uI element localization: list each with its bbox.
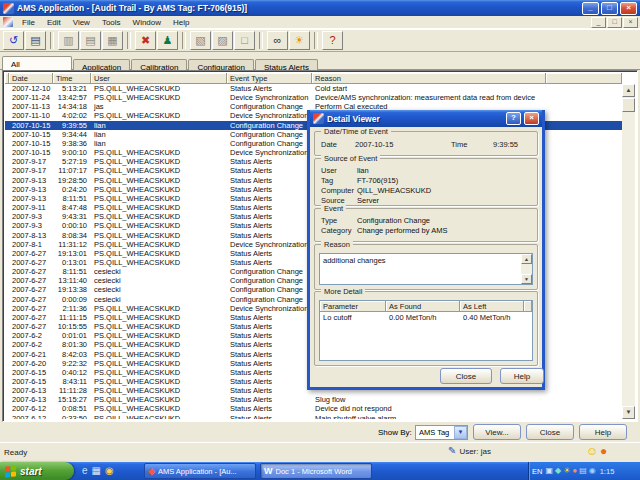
start-button[interactable]: start [0, 462, 74, 480]
user-walk-button[interactable]: ♟ [157, 31, 178, 50]
cell: 8:43:11 [53, 377, 91, 386]
tray-volume-icon[interactable]: ◉ [589, 467, 596, 475]
save-button[interactable]: ▦ [102, 31, 123, 50]
cell: PS.QILL_WHEACSKUKD [91, 166, 227, 175]
table-row[interactable]: 2007-12-105:13:21PS.QILL_WHEACSKUKDStatu… [5, 84, 622, 93]
detail-row[interactable]: Lo cutoff0.00 MetTon/h0.40 MetTon/h [320, 313, 532, 323]
tray-status-icon[interactable]: ● [572, 467, 577, 475]
media-player-icon[interactable]: ◉ [105, 466, 114, 476]
scroll-down-icon[interactable]: ▼ [521, 274, 532, 284]
menu-help[interactable]: Help [167, 18, 195, 27]
dialog-body: Date/Time of Event Date 2007-10-15 Time … [310, 127, 542, 387]
help-icon: ? [329, 35, 335, 46]
sync-button[interactable]: ✖ [135, 31, 156, 50]
event-group: Event TypeConfiguration ChangeCategoryCh… [314, 208, 538, 242]
cell [524, 313, 532, 323]
show-by-combobox[interactable]: AMS Tag ▼ [415, 425, 468, 440]
cell: Status Alerts [227, 322, 312, 331]
column-header-blank[interactable] [546, 73, 622, 84]
dialog-close-button[interactable]: Close [440, 368, 492, 384]
tray-alert-icon[interactable]: ☀ [563, 467, 570, 475]
chart-button[interactable]: ▧ [190, 31, 211, 50]
column-header-date[interactable]: Date [9, 73, 53, 84]
task-ams-application[interactable]: ◆AMS Application - [Au... [144, 463, 256, 479]
cell: Main shutoff valve alarm [312, 414, 546, 419]
restore-button[interactable]: □ [601, 2, 618, 15]
menu-view[interactable]: View [67, 18, 96, 27]
menu-tools[interactable]: Tools [96, 18, 127, 27]
chart2-button[interactable]: ▨ [212, 31, 233, 50]
detail-column-as-found[interactable]: As Found [386, 301, 460, 312]
page-icon: □ [241, 35, 248, 46]
reason-scrollbar[interactable]: ▲ ▼ [521, 254, 532, 284]
detail-column-parameter[interactable]: Parameter [320, 301, 386, 312]
cell: Device/AMS synchronization: measurement … [312, 93, 546, 102]
scroll-up-icon[interactable]: ▲ [622, 84, 635, 97]
menu-file[interactable]: File [16, 18, 41, 27]
minimize-button[interactable]: _ [582, 2, 599, 15]
cell [546, 130, 622, 139]
mdi-close-button[interactable]: × [623, 17, 638, 28]
alert-button[interactable]: ☀ [289, 31, 310, 50]
help-button[interactable]: Help [579, 424, 627, 440]
menu-window[interactable]: Window [127, 18, 167, 27]
cell: 2007-9-13 [9, 185, 53, 194]
mdi-minimize-button[interactable]: _ [591, 17, 606, 28]
tray-network-icon[interactable]: ▣ [545, 467, 553, 475]
toolbar-separator [259, 32, 263, 49]
table-row[interactable]: 2007-6-120:08:51PS.QILL_WHEACSKUKDStatus… [5, 404, 622, 413]
print-icon: ▥ [63, 35, 73, 46]
view-button[interactable]: View... [473, 424, 521, 440]
cell: 2007-6-27 [9, 276, 53, 285]
tray-sync-icon[interactable]: ◆ [555, 467, 561, 475]
close-button[interactable]: × [620, 2, 637, 15]
task-word-document[interactable]: WDoc 1 - Microsoft Word [260, 463, 372, 479]
print-button[interactable]: ▥ [58, 31, 79, 50]
page-button[interactable]: □ [234, 31, 255, 50]
detail-table-header: ParameterAs FoundAs Left [320, 301, 532, 312]
cell [546, 84, 622, 93]
column-header-event-type[interactable]: Event Type [227, 73, 312, 84]
cell: Configuration Change [227, 276, 312, 285]
table-row[interactable]: 2007-6-1315:15:27PS.QILL_WHEACSKUKDStatu… [5, 395, 622, 404]
cell [546, 276, 622, 285]
help-button[interactable]: ? [322, 31, 343, 50]
dialog-close-icon[interactable]: × [524, 112, 539, 125]
scrollbar-thumb[interactable] [622, 98, 635, 112]
tray-app-icon[interactable]: ▤ [579, 467, 587, 475]
detail-column-blank[interactable] [524, 301, 532, 312]
detail-viewer-dialog: Detail Viewer ? × Date/Time of Event Dat… [307, 110, 545, 390]
column-header-time[interactable]: Time [53, 73, 91, 84]
cell: 2007-9-3 [9, 212, 53, 221]
cell: PS.QILL_WHEACSKUKD [91, 414, 227, 419]
dialog-help-icon[interactable]: ? [506, 112, 521, 125]
column-header-reason[interactable]: Reason [312, 73, 546, 84]
show-desktop-icon[interactable]: ▦ [92, 466, 101, 476]
detail-column-as-left[interactable]: As Left [460, 301, 524, 312]
copy-button[interactable]: ▤ [80, 31, 101, 50]
close-window-button[interactable]: Close [526, 424, 574, 440]
ie-icon[interactable]: e [82, 466, 88, 476]
table-row[interactable]: 2007-6-120:33:50PS.QILL_WHEACSKUKDStatus… [5, 414, 622, 419]
cell: 11:07:17 [53, 166, 91, 175]
source-legend: Source of Event [321, 154, 380, 163]
cell: PS.QILL_WHEACSKUKD [91, 203, 227, 212]
scroll-up-icon[interactable]: ▲ [521, 254, 532, 264]
report-button[interactable]: ▤ [25, 31, 46, 50]
reason-textarea[interactable]: additional changes ▲ ▼ [319, 253, 533, 285]
datetime-group: Date/Time of Event Date 2007-10-15 Time … [314, 131, 538, 156]
column-header-user[interactable]: User [91, 73, 227, 84]
chevron-down-icon[interactable]: ▼ [454, 426, 467, 439]
language-indicator[interactable]: EN [532, 467, 542, 476]
mdi-restore-button[interactable]: □ [607, 17, 622, 28]
find-button[interactable]: ∞ [267, 31, 288, 50]
undo-button[interactable]: ↺ [3, 31, 24, 50]
cell: PS.QILL_WHEACSKUKD [91, 176, 227, 185]
dialog-help-button[interactable]: Help [500, 368, 544, 384]
menu-edit[interactable]: Edit [41, 18, 67, 27]
scroll-down-icon[interactable]: ▼ [622, 406, 635, 419]
table-row[interactable]: 2007-11-2413:42:57PS.QILL_WHEACSKUKDDevi… [5, 93, 622, 102]
cell: Status Alerts [227, 340, 312, 349]
sync-icon: ✖ [141, 35, 150, 46]
list-scrollbar[interactable]: ▲ ▼ [622, 84, 635, 419]
